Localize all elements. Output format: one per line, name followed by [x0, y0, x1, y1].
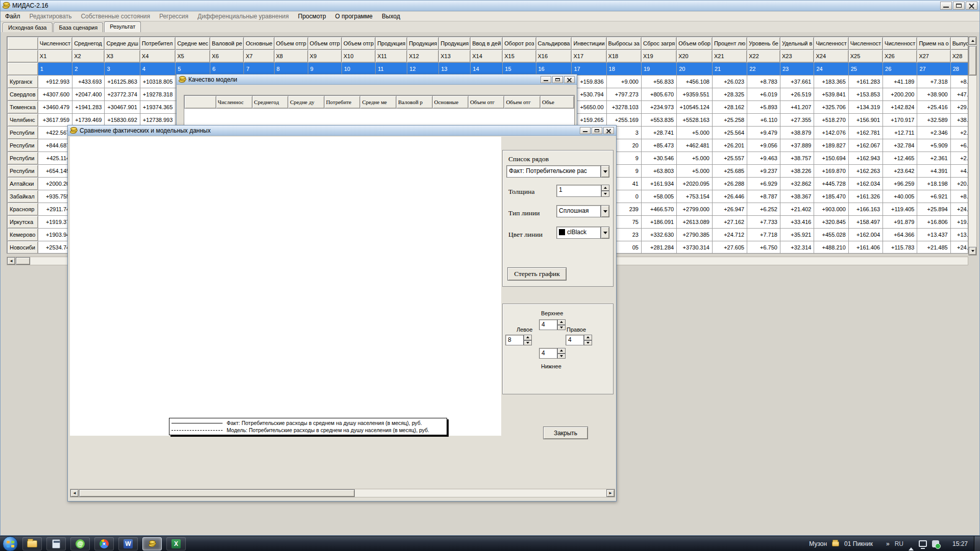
table-cell[interactable]: +6.929	[747, 178, 780, 190]
table-cell[interactable]: +7.733	[747, 216, 780, 229]
usb-device-icon[interactable]	[932, 540, 939, 547]
table-cell[interactable]: +25.564	[712, 127, 747, 139]
table-cell[interactable]: +38.367	[780, 190, 814, 203]
table-cell[interactable]: +26.023	[712, 76, 747, 88]
table-cell[interactable]: +9.000	[606, 76, 641, 88]
table-cell[interactable]: +5.000	[677, 127, 713, 139]
table-cell[interactable]: +28.162	[712, 101, 747, 114]
table-cell[interactable]: +445.728	[814, 178, 848, 190]
table-cell[interactable]: +10545.124	[677, 101, 713, 114]
table-cell[interactable]: +91.879	[883, 216, 917, 229]
table-cell[interactable]: +8.783	[747, 76, 780, 88]
table-cell[interactable]: +161.326	[848, 190, 883, 203]
row-label[interactable]: Республи	[8, 165, 38, 178]
row-label[interactable]: Республи	[8, 127, 38, 139]
table-cell[interactable]: +5.000	[677, 152, 713, 165]
table-cell[interactable]: +3730.314	[677, 241, 713, 254]
table-cell[interactable]: +166.163	[848, 203, 883, 216]
margin-bottom-spinner[interactable]: 4	[539, 348, 566, 359]
table-cell[interactable]: +3278.103	[606, 101, 641, 114]
table-cell[interactable]: +41.189	[883, 76, 917, 88]
table-cell[interactable]: +5528.163	[677, 114, 713, 127]
table-cell[interactable]: +24.712	[712, 229, 747, 241]
table-cell[interactable]: +33.416	[780, 216, 814, 229]
selected-number-cell[interactable]: 12	[407, 63, 439, 76]
table-cell[interactable]: +186.091	[641, 216, 676, 229]
selected-number-cell[interactable]: 13	[439, 63, 471, 76]
menu-item-дифференциальные-уравнения[interactable]: Дифференциальные уравнения	[193, 12, 293, 21]
maximize-button[interactable]	[552, 76, 563, 83]
tray-expand-icon[interactable]	[909, 540, 914, 547]
table-cell[interactable]: +96.259	[883, 178, 917, 190]
table-cell[interactable]: +26.446	[712, 190, 747, 203]
table-cell[interactable]: +539.841	[814, 88, 848, 101]
table-cell[interactable]: +12.465	[883, 152, 917, 165]
table-cell[interactable]: +805.670	[641, 88, 676, 101]
vscroll-thumb[interactable]	[969, 46, 976, 76]
table-cell[interactable]: +9.056	[747, 139, 780, 152]
table-cell[interactable]: +912.993	[38, 76, 72, 88]
table-cell[interactable]: +161.934	[641, 178, 676, 190]
row-label[interactable]: Краснояр	[8, 203, 38, 216]
selected-number-cell[interactable]: 25	[848, 63, 883, 76]
table-cell[interactable]: +281.284	[641, 241, 676, 254]
taskbar-word-button[interactable]: W	[118, 537, 138, 550]
table-cell[interactable]: +24.188	[950, 203, 968, 216]
language-indicator[interactable]: RU	[895, 540, 903, 547]
table-cell[interactable]: +255.169	[606, 114, 641, 127]
margin-bottom-value[interactable]: 4	[539, 348, 557, 359]
table-cell[interactable]: +38.900	[917, 88, 950, 101]
table-cell[interactable]: +63.803	[641, 165, 676, 178]
table-cell[interactable]: +35.921	[780, 229, 814, 241]
table-cell[interactable]: +7.318	[917, 76, 950, 88]
table-cell[interactable]: +3617.959	[38, 114, 72, 127]
clock[interactable]: 15:27	[952, 540, 968, 547]
table-cell[interactable]: +58.005	[641, 190, 676, 203]
table-cell[interactable]: +25.894	[917, 203, 950, 216]
selected-number-cell[interactable]: 2	[72, 63, 105, 76]
selected-number-cell[interactable]: 27	[917, 63, 950, 76]
series-combobox-value[interactable]: Факт: Потребительские рас	[506, 165, 601, 178]
table-cell[interactable]: +903.000	[814, 203, 848, 216]
table-cell[interactable]: +8.416	[950, 190, 968, 203]
tray-overflow-chevron[interactable]: »	[886, 540, 890, 547]
taskbar-icq-button[interactable]: @	[70, 537, 90, 550]
table-cell[interactable]: +41.207	[780, 101, 814, 114]
start-button[interactable]	[3, 536, 18, 551]
table-cell[interactable]: +170.917	[883, 114, 917, 127]
table-cell[interactable]: +2.361	[917, 152, 950, 165]
table-cell[interactable]: +26.288	[712, 178, 747, 190]
table-cell[interactable]: +20.760	[950, 178, 968, 190]
table-cell[interactable]: +142.076	[814, 127, 848, 139]
table-cell[interactable]: +27.162	[712, 216, 747, 229]
chevron-down-icon[interactable]	[601, 227, 609, 239]
table-cell[interactable]: +19.902	[950, 216, 968, 229]
row-label[interactable]: Курганск	[8, 76, 38, 88]
table-cell[interactable]: +32.589	[917, 114, 950, 127]
minimize-button[interactable]	[940, 2, 952, 10]
table-cell[interactable]: +6.019	[747, 88, 780, 101]
series-combobox[interactable]: Факт: Потребительские рас	[506, 165, 609, 178]
network-icon[interactable]	[919, 540, 927, 547]
margin-left-value[interactable]: 8	[505, 335, 524, 345]
table-cell[interactable]: +32.784	[883, 139, 917, 152]
selected-number-cell[interactable]: 8	[274, 63, 308, 76]
table-cell[interactable]: +4.391	[917, 165, 950, 178]
margin-right-spinner[interactable]: 4	[566, 335, 592, 345]
compare-titlebar[interactable]: Сравнение фактических и модельных данных	[68, 126, 616, 136]
table-cell[interactable]: +47.000	[950, 88, 968, 101]
margin-top-value[interactable]: 4	[539, 319, 557, 330]
table-cell[interactable]: +518.270	[814, 114, 848, 127]
folder-icon[interactable]	[832, 541, 839, 546]
row-label[interactable]: Республи	[8, 139, 38, 152]
table-cell[interactable]: +85.473	[641, 139, 676, 152]
taskbar-calculator-button[interactable]	[46, 537, 66, 550]
table-cell[interactable]: +25.685	[712, 165, 747, 178]
table-cell[interactable]: +26.947	[712, 203, 747, 216]
margin-left-spinner[interactable]: 8	[505, 335, 532, 345]
table-cell[interactable]: +162.781	[848, 127, 883, 139]
scroll-right-button[interactable]: ►	[606, 489, 615, 497]
table-cell[interactable]: +142.824	[883, 101, 917, 114]
table-cell[interactable]: +6.750	[747, 241, 780, 254]
table-cell[interactable]: +115.783	[883, 241, 917, 254]
